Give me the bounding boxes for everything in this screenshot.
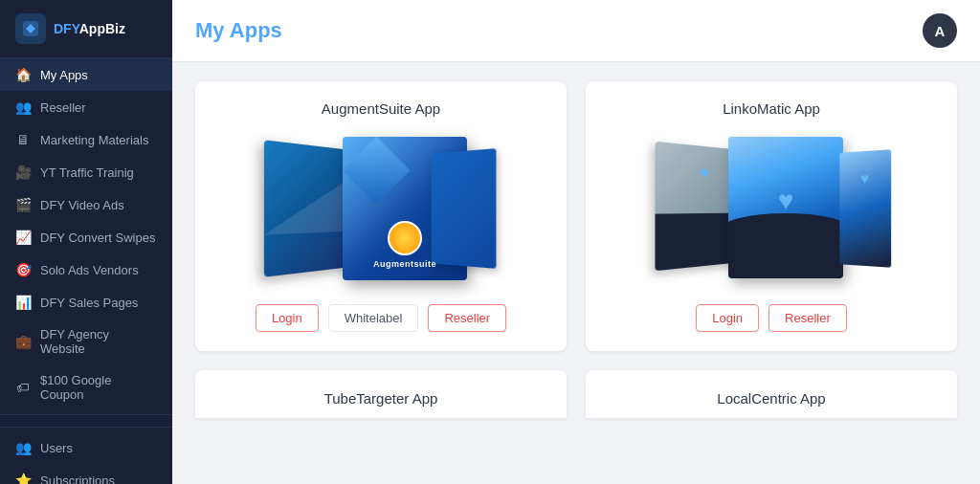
app-title-tubetargeter: TubeTargeter App: [324, 390, 438, 407]
linkomatic-buttons: Login Reseller: [696, 304, 847, 332]
box-diamond: [343, 137, 410, 204]
sidebar-item-dfy-video-ads[interactable]: 🎬DFY Video Ads: [0, 188, 172, 221]
sidebar-label-reseller: Reseller: [40, 100, 86, 115]
augmentsuite-box-art: Augmentsuite: [266, 137, 496, 280]
linko-heart-icon: ♥: [778, 187, 794, 214]
app-title-linkomatic: LinkoMatic App: [723, 100, 820, 117]
page-title: My Apps: [195, 18, 282, 43]
sidebar-label-dfy-convert-swipes: DFY Convert Swipes: [40, 231, 155, 245]
linkomatic-image: ♥ ♥ LinkoMatic ♥: [605, 132, 938, 285]
sidebar-item-my-apps[interactable]: 🏠My Apps: [0, 58, 172, 91]
sidebar-icon-solo-ads-vendors: 🎯: [15, 262, 31, 277]
sidebar: DFYAppBiz 🏠My Apps👥Reseller🖥Marketing Ma…: [0, 0, 172, 484]
sidebar-icon-subscriptions: ⭐: [15, 473, 31, 484]
sidebar-label-solo-ads-vendors: Solo Ads Vendors: [40, 263, 139, 277]
augmentsuite-login-button[interactable]: Login: [256, 304, 319, 332]
logo-icon: [15, 13, 46, 44]
header: My Apps A: [172, 0, 980, 62]
sidebar-icon-reseller: 👥: [15, 99, 31, 115]
sidebar-icon-google-coupon: 🏷: [15, 380, 31, 395]
augmentsuite-whitelabel-button[interactable]: Whitelabel: [328, 304, 419, 332]
sidebar-icon-users: 👥: [15, 440, 31, 455]
augmentsuite-reseller-button[interactable]: Reseller: [428, 304, 506, 332]
sidebar-icon-marketing-materials: 🖥: [15, 132, 31, 147]
sidebar-icon-dfy-convert-swipes: 📈: [15, 230, 31, 245]
sidebar-item-subscriptions[interactable]: ⭐Subscriptions: [0, 464, 172, 484]
sidebar-logo: DFYAppBiz: [0, 0, 172, 58]
sidebar-item-solo-ads-vendors[interactable]: 🎯Solo Ads Vendors: [0, 253, 172, 286]
sidebar-icon-dfy-agency-website: 💼: [15, 334, 31, 349]
linko-side-box: ♥: [839, 149, 891, 268]
app-card-linkomatic: LinkoMatic App ♥ ♥ LinkoMatic ♥: [586, 81, 957, 351]
apps-grid: AugmentSuite App Augmentsuite Login: [195, 81, 957, 351]
sidebar-item-google-coupon[interactable]: 🏷$100 Google Coupon: [0, 364, 172, 410]
sidebar-label-marketing-materials: Marketing Materials: [40, 133, 148, 147]
main-content: My Apps A AugmentSuite App Augmentsuite: [172, 0, 980, 484]
sidebar-label-users: Users: [40, 441, 73, 455]
sidebar-item-dfy-sales-pages[interactable]: 📊DFY Sales Pages: [0, 286, 172, 319]
sidebar-item-dfy-agency-website[interactable]: 💼DFY Agency Website: [0, 319, 172, 364]
apps-container: AugmentSuite App Augmentsuite Login: [172, 62, 980, 484]
sidebar-icon-my-apps: 🏠: [15, 67, 31, 82]
linko-wave: [728, 231, 843, 278]
linkomatic-reseller-button[interactable]: Reseller: [768, 304, 847, 332]
logo-text: DFYAppBiz: [54, 21, 125, 36]
linkomatic-box-art: ♥ ♥ LinkoMatic ♥: [657, 137, 886, 280]
box-back-right: [432, 148, 497, 269]
app-card-augmentsuite: AugmentSuite App Augmentsuite Login: [195, 81, 567, 351]
sidebar-item-yt-traffic[interactable]: 🎥YT Traffic Trainig: [0, 156, 172, 188]
app-title-augmentsuite: AugmentSuite App: [322, 100, 440, 117]
augmentsuite-image: Augmentsuite: [214, 132, 547, 285]
sidebar-item-users[interactable]: 👥Users: [0, 431, 172, 464]
sidebar-label-dfy-agency-website: DFY Agency Website: [40, 327, 157, 356]
sidebar-icon-dfy-video-ads: 🎬: [15, 197, 31, 212]
linko-back-heart: ♥: [700, 164, 709, 185]
sidebar-label-my-apps: My Apps: [40, 68, 88, 82]
sidebar-label-google-coupon: $100 Google Coupon: [40, 373, 157, 402]
app-card-localcentric-partial: LocalCentric App: [586, 370, 957, 418]
linkomatic-login-button[interactable]: Login: [696, 304, 759, 332]
augmentsuite-buttons: Login Whitelabel Reseller: [256, 304, 506, 332]
sidebar-label-subscriptions: Subscriptions: [40, 473, 115, 485]
app-title-localcentric: LocalCentric App: [717, 390, 825, 407]
app-card-tubetargeter-partial: TubeTargeter App: [195, 370, 567, 418]
sidebar-label-dfy-video-ads: DFY Video Ads: [40, 198, 124, 212]
linko-side-heart: ♥: [860, 170, 869, 187]
linko-front-box: ♥ LinkoMatic: [728, 137, 843, 278]
sidebar-icon-dfy-sales-pages: 📊: [15, 295, 31, 310]
sidebar-icon-yt-traffic: 🎥: [15, 165, 31, 180]
sidebar-item-marketing-materials[interactable]: 🖥Marketing Materials: [0, 123, 172, 156]
partial-apps-grid: TubeTargeter App LocalCentric App: [195, 370, 957, 418]
sidebar-item-dfy-convert-swipes[interactable]: 📈DFY Convert Swipes: [0, 221, 172, 253]
avatar[interactable]: A: [923, 13, 957, 48]
sidebar-label-yt-traffic: YT Traffic Trainig: [40, 165, 134, 180]
sidebar-item-reseller[interactable]: 👥Reseller: [0, 91, 172, 123]
sidebar-bottom: 👥Users⭐Subscriptions: [0, 427, 172, 484]
sidebar-label-dfy-sales-pages: DFY Sales Pages: [40, 296, 138, 310]
box-badge: [388, 221, 422, 255]
box-label: Augmentsuite: [373, 259, 436, 269]
